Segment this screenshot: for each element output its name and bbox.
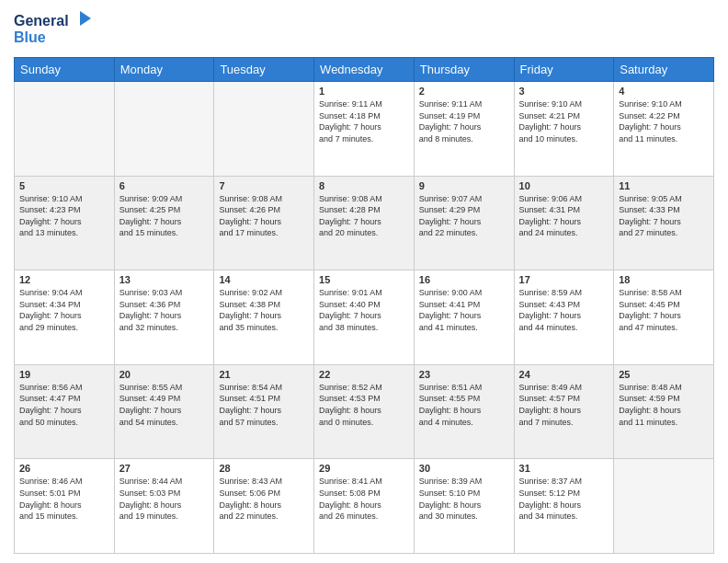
weekday-header-row: SundayMondayTuesdayWednesdayThursdayFrid… xyxy=(15,58,714,82)
day-info: Sunrise: 9:02 AMSunset: 4:38 PMDaylight:… xyxy=(219,287,309,333)
weekday-header-friday: Friday xyxy=(514,58,614,82)
calendar-cell: 22Sunrise: 8:52 AMSunset: 4:53 PMDayligh… xyxy=(314,364,415,459)
calendar-cell: 31Sunrise: 8:37 AMSunset: 5:12 PMDayligh… xyxy=(514,459,614,554)
calendar-cell: 8Sunrise: 9:08 AMSunset: 4:28 PMDaylight… xyxy=(314,176,415,270)
calendar-table: SundayMondayTuesdayWednesdayThursdayFrid… xyxy=(14,57,714,554)
calendar-cell: 29Sunrise: 8:41 AMSunset: 5:08 PMDayligh… xyxy=(314,459,415,554)
day-number: 17 xyxy=(519,274,609,285)
day-info: Sunrise: 9:06 AMSunset: 4:31 PMDaylight:… xyxy=(519,193,609,239)
day-number: 8 xyxy=(319,180,409,191)
calendar-cell: 21Sunrise: 8:54 AMSunset: 4:51 PMDayligh… xyxy=(214,364,314,459)
calendar-cell: 15Sunrise: 9:01 AMSunset: 4:40 PMDayligh… xyxy=(314,270,415,365)
day-info: Sunrise: 8:58 AMSunset: 4:45 PMDaylight:… xyxy=(619,287,709,333)
calendar-cell: 27Sunrise: 8:44 AMSunset: 5:03 PMDayligh… xyxy=(114,459,214,554)
day-number: 27 xyxy=(119,463,210,474)
header: General Blue xyxy=(14,9,714,50)
calendar-cell: 7Sunrise: 9:08 AMSunset: 4:26 PMDaylight… xyxy=(214,176,314,270)
calendar-week-1: 1Sunrise: 9:11 AMSunset: 4:18 PMDaylight… xyxy=(15,82,714,177)
day-number: 25 xyxy=(619,369,709,380)
day-number: 12 xyxy=(19,274,109,285)
weekday-header-sunday: Sunday xyxy=(15,58,115,82)
calendar-cell: 9Sunrise: 9:07 AMSunset: 4:29 PMDaylight… xyxy=(414,176,514,270)
day-number: 29 xyxy=(319,463,409,474)
day-info: Sunrise: 8:44 AMSunset: 5:03 PMDaylight:… xyxy=(119,476,210,522)
day-info: Sunrise: 8:52 AMSunset: 4:53 PMDaylight:… xyxy=(319,382,409,428)
calendar-cell: 12Sunrise: 9:04 AMSunset: 4:34 PMDayligh… xyxy=(15,270,115,365)
calendar-week-4: 19Sunrise: 8:56 AMSunset: 4:47 PMDayligh… xyxy=(15,364,714,459)
day-info: Sunrise: 9:11 AMSunset: 4:18 PMDaylight:… xyxy=(319,98,409,144)
calendar-cell: 24Sunrise: 8:49 AMSunset: 4:57 PMDayligh… xyxy=(514,364,614,459)
day-info: Sunrise: 9:08 AMSunset: 4:26 PMDaylight:… xyxy=(219,193,309,239)
day-number: 22 xyxy=(319,369,409,380)
calendar-cell: 30Sunrise: 8:39 AMSunset: 5:10 PMDayligh… xyxy=(414,459,514,554)
day-info: Sunrise: 9:03 AMSunset: 4:36 PMDaylight:… xyxy=(119,287,210,333)
day-number: 31 xyxy=(519,463,609,474)
weekday-header-wednesday: Wednesday xyxy=(314,58,415,82)
day-info: Sunrise: 8:46 AMSunset: 5:01 PMDaylight:… xyxy=(19,476,109,522)
day-info: Sunrise: 8:48 AMSunset: 4:59 PMDaylight:… xyxy=(619,382,709,428)
day-info: Sunrise: 9:10 AMSunset: 4:21 PMDaylight:… xyxy=(519,98,609,144)
day-number: 14 xyxy=(219,274,309,285)
weekday-header-saturday: Saturday xyxy=(614,58,714,82)
day-number: 7 xyxy=(219,180,309,191)
calendar-cell: 3Sunrise: 9:10 AMSunset: 4:21 PMDaylight… xyxy=(514,82,614,177)
calendar-cell: 11Sunrise: 9:05 AMSunset: 4:33 PMDayligh… xyxy=(614,176,714,270)
calendar-cell: 10Sunrise: 9:06 AMSunset: 4:31 PMDayligh… xyxy=(514,176,614,270)
day-number: 24 xyxy=(519,369,609,380)
day-number: 16 xyxy=(419,274,509,285)
calendar-cell xyxy=(214,82,314,177)
calendar-week-2: 5Sunrise: 9:10 AMSunset: 4:23 PMDaylight… xyxy=(15,176,714,270)
day-number: 15 xyxy=(319,274,409,285)
calendar-cell xyxy=(15,82,115,177)
day-info: Sunrise: 9:05 AMSunset: 4:33 PMDaylight:… xyxy=(619,193,709,239)
day-info: Sunrise: 9:10 AMSunset: 4:22 PMDaylight:… xyxy=(619,98,709,144)
day-info: Sunrise: 8:55 AMSunset: 4:49 PMDaylight:… xyxy=(119,382,210,428)
logo: General Blue xyxy=(14,9,97,50)
page: General Blue SundayMondayTuesdayWednesda… xyxy=(0,0,728,563)
calendar-week-5: 26Sunrise: 8:46 AMSunset: 5:01 PMDayligh… xyxy=(15,459,714,554)
svg-text:Blue: Blue xyxy=(14,29,46,45)
day-number: 5 xyxy=(19,180,109,191)
day-info: Sunrise: 9:07 AMSunset: 4:29 PMDaylight:… xyxy=(419,193,509,239)
day-number: 6 xyxy=(119,180,210,191)
day-info: Sunrise: 9:08 AMSunset: 4:28 PMDaylight:… xyxy=(319,193,409,239)
calendar-cell xyxy=(614,459,714,554)
weekday-header-tuesday: Tuesday xyxy=(214,58,314,82)
day-info: Sunrise: 9:04 AMSunset: 4:34 PMDaylight:… xyxy=(19,287,109,333)
calendar-cell: 14Sunrise: 9:02 AMSunset: 4:38 PMDayligh… xyxy=(214,270,314,365)
calendar-cell: 6Sunrise: 9:09 AMSunset: 4:25 PMDaylight… xyxy=(114,176,214,270)
day-number: 18 xyxy=(619,274,709,285)
day-info: Sunrise: 9:10 AMSunset: 4:23 PMDaylight:… xyxy=(19,193,109,239)
day-number: 11 xyxy=(619,180,709,191)
day-number: 10 xyxy=(519,180,609,191)
day-info: Sunrise: 8:56 AMSunset: 4:47 PMDaylight:… xyxy=(19,382,109,428)
day-number: 19 xyxy=(19,369,109,380)
calendar-cell: 26Sunrise: 8:46 AMSunset: 5:01 PMDayligh… xyxy=(15,459,115,554)
weekday-header-monday: Monday xyxy=(114,58,214,82)
day-number: 2 xyxy=(419,86,509,97)
day-info: Sunrise: 8:59 AMSunset: 4:43 PMDaylight:… xyxy=(519,287,609,333)
calendar-cell: 5Sunrise: 9:10 AMSunset: 4:23 PMDaylight… xyxy=(15,176,115,270)
calendar-week-3: 12Sunrise: 9:04 AMSunset: 4:34 PMDayligh… xyxy=(15,270,714,365)
day-number: 3 xyxy=(519,86,609,97)
day-info: Sunrise: 8:54 AMSunset: 4:51 PMDaylight:… xyxy=(219,382,309,428)
day-number: 26 xyxy=(19,463,109,474)
svg-marker-1 xyxy=(80,11,91,26)
day-info: Sunrise: 8:49 AMSunset: 4:57 PMDaylight:… xyxy=(519,382,609,428)
day-number: 21 xyxy=(219,369,309,380)
day-number: 9 xyxy=(419,180,509,191)
day-info: Sunrise: 9:11 AMSunset: 4:19 PMDaylight:… xyxy=(419,98,509,144)
day-info: Sunrise: 8:37 AMSunset: 5:12 PMDaylight:… xyxy=(519,476,609,522)
calendar-cell: 16Sunrise: 9:00 AMSunset: 4:41 PMDayligh… xyxy=(414,270,514,365)
day-number: 20 xyxy=(119,369,210,380)
day-info: Sunrise: 8:39 AMSunset: 5:10 PMDaylight:… xyxy=(419,476,509,522)
svg-text:General: General xyxy=(14,13,69,29)
day-number: 30 xyxy=(419,463,509,474)
calendar-cell: 28Sunrise: 8:43 AMSunset: 5:06 PMDayligh… xyxy=(214,459,314,554)
calendar-cell: 19Sunrise: 8:56 AMSunset: 4:47 PMDayligh… xyxy=(15,364,115,459)
day-number: 13 xyxy=(119,274,210,285)
day-number: 4 xyxy=(619,86,709,97)
calendar-cell: 2Sunrise: 9:11 AMSunset: 4:19 PMDaylight… xyxy=(414,82,514,177)
day-info: Sunrise: 9:01 AMSunset: 4:40 PMDaylight:… xyxy=(319,287,409,333)
calendar-cell: 18Sunrise: 8:58 AMSunset: 4:45 PMDayligh… xyxy=(614,270,714,365)
